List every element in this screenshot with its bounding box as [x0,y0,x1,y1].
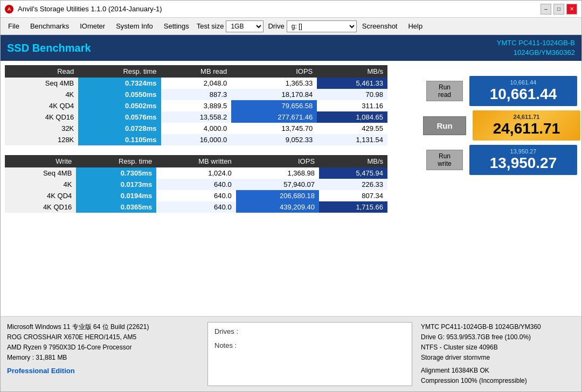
close-button[interactable]: ✕ [566,4,577,15]
read-cell: 3,889.5 [161,100,232,111]
status-drive-details: YMTC PC411-1024GB-B 1024GB/YM360 Drive G… [414,320,581,388]
maximize-button[interactable]: □ [553,4,564,15]
write-cell: 0.7305ms [76,167,156,179]
status-motherboard: ROG CROSSHAIR X670E HERO/1415, AM5 [7,332,199,342]
write-cell: 1,024.0 [156,167,235,179]
status-driver: Storage driver stornvme [421,353,575,363]
total-score-box: 24,611.71 24,611.71 [473,110,580,141]
read-table: Read Resp. time MB read IOPS MB/s Seq 4M… [5,65,387,145]
read-cell: 4K [5,89,78,100]
status-memory: Memory : 31,881 MB [7,353,199,363]
run-button[interactable]: Run [423,116,466,135]
main-body: Read Resp. time MB read IOPS MB/s Seq 4M… [1,61,581,316]
write-cell: 4K [5,179,76,190]
write-cell: 640.0 [156,179,235,190]
table-area: Read Resp. time MB read IOPS MB/s Seq 4M… [5,65,422,312]
menu-bar: File Benchmarks IOmeter System Info Sett… [1,18,581,35]
drive-group: Drive g: [] [268,20,356,32]
status-drive-free: Drive G: 953.9/953.7GB free (100.0%) [421,332,575,342]
test-size-select[interactable]: 1GB 256MB 512MB 2GB 4GB [226,20,264,32]
write-cell: 0.0173ms [76,179,156,190]
write-cell: 0.0194ms [76,190,156,201]
write-cell: 640.0 [156,201,235,213]
drive-select[interactable]: g: [] [287,20,357,32]
read-cell: 79,656.58 [231,100,317,111]
write-cell: 807.34 [319,190,387,201]
menu-benchmarks[interactable]: Benchmarks [25,20,74,32]
read-cell: 9,052.33 [231,134,317,145]
status-system-info: Microsoft Windows 11 专业版 64 位 Build (226… [1,320,205,388]
read-score-box: 10,661.44 10,661.44 [469,76,577,106]
write-cell: 0.0365ms [76,201,156,213]
write-cell: 4K QD16 [5,201,76,213]
write-cell: 1,715.66 [319,201,387,213]
drive-details: 1024GB/YM360362 [497,48,575,58]
write-cell: 5,475.94 [319,167,387,179]
run-score-row: Run 24,611.71 24,611.71 [423,110,580,141]
read-score-value: 10,661.44 [476,86,571,103]
read-cell: 4K QD4 [5,100,78,111]
read-cell: 0.0728ms [78,123,161,134]
title-bar-left: A Anvil's Storage Utilities 1.1.0 (2014-… [5,5,162,13]
write-table: Write Resp. time MB written IOPS MB/s Se… [5,155,387,213]
run-write-button[interactable]: Run write [426,150,463,170]
app-title: SSD Benchmark [7,42,91,54]
mbs-col-header-write: MB/s [319,155,387,167]
status-drives-label: Drives : [214,325,405,339]
drive-label: Drive [268,22,284,30]
status-compression: Compression 100% (Incompressible) [421,376,575,386]
read-cell: 277,671.46 [231,111,317,123]
mbs-col-header-read: MB/s [317,65,387,78]
read-cell: 128K [5,134,78,145]
read-cell: 32K [5,123,78,134]
read-col-header: Read [5,65,78,78]
read-cell: 1,365.33 [231,78,317,89]
menu-settings[interactable]: Settings [158,20,195,32]
total-score-value: 24,611.71 [479,120,574,137]
write-cell: 57,940.07 [236,179,319,190]
mb-written-col-header: MB written [156,155,235,167]
menu-iometer[interactable]: IOmeter [74,20,110,32]
mb-read-col-header: MB read [161,65,232,78]
write-cell: Seq 4MB [5,167,76,179]
read-cell: Seq 4MB [5,78,78,89]
read-cell: 5,461.33 [317,78,387,89]
read-cell: 0.0576ms [78,111,161,123]
read-cell: 0.0550ms [78,89,161,100]
read-cell: 70.98 [317,89,387,100]
read-cell: 2,048.0 [161,78,232,89]
iops-col-header-write: IOPS [236,155,319,167]
read-score-label: 10,661.44 [476,79,571,86]
status-drive-model: YMTC PC411-1024GB-B 1024GB/YM360 [421,322,575,332]
app-icon: A [5,5,13,13]
test-size-group: Test size 1GB 256MB 512MB 2GB 4GB [197,20,264,32]
read-cell: 0.7324ms [78,78,161,89]
status-edition: Professional Edition [7,367,75,375]
write-cell: 439,209.40 [236,201,319,213]
menu-screenshot[interactable]: Screenshot [357,20,403,32]
status-alignment: Alignment 16384KB OK [421,366,575,376]
minimize-button[interactable]: – [541,4,551,15]
read-cell: 429.55 [317,123,387,134]
total-score-label: 24,611.71 [479,114,574,120]
status-cpu: AMD Ryzen 9 7950X3D 16-Core Processor [7,342,199,353]
window-title: Anvil's Storage Utilities 1.1.0 (2014-Ja… [18,5,162,13]
read-cell: 0.0502ms [78,100,161,111]
content-area: SSD Benchmark YMTC PC411-1024GB-B 1024GB… [1,35,581,391]
menu-system-info[interactable]: System Info [110,20,158,32]
menu-help[interactable]: Help [403,20,428,32]
menu-file[interactable]: File [3,20,25,32]
run-read-button[interactable]: Run read [426,81,463,101]
write-cell: 226.33 [319,179,387,190]
read-cell: 16,000.0 [161,134,232,145]
test-size-label: Test size [197,22,224,30]
status-drive-fs: NTFS - Cluster size 4096B [421,342,575,353]
read-cell: 1,131.54 [317,134,387,145]
read-cell: 18,170.84 [231,89,317,100]
write-cell: 4K QD4 [5,190,76,201]
drive-info: YMTC PC411-1024GB-B 1024GB/YM360362 [497,38,575,58]
write-col-header: Write [5,155,76,167]
write-score-label: 13,950.27 [476,148,571,155]
write-cell: 206,680.18 [236,190,319,201]
status-os: Microsoft Windows 11 专业版 64 位 Build (226… [7,322,199,332]
